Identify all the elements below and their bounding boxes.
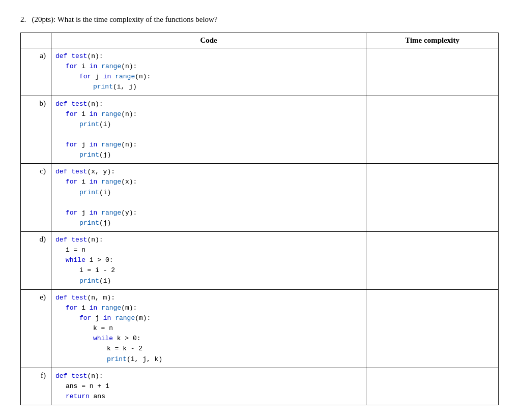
table-row: e) def test(n, m): for i in range(m): fo… [21,289,499,368]
table-row: a) def test(n): for i in range(n): for j… [21,48,499,96]
time-cell-a[interactable] [366,48,499,96]
question-header: 2. (20pts): What is the time complexity … [20,15,501,24]
table-row: d) def test(n): i = n while i > 0: i = i… [21,231,499,289]
time-cell-f[interactable] [366,368,499,405]
table-row: b) def test(n): for i in range(n): print… [21,96,499,164]
code-cell-b: def test(n): for i in range(n): print(i)… [51,96,366,164]
time-cell-b[interactable] [366,96,499,164]
table-row: f) def test(n): ans = n + 1 return ans [21,368,499,405]
question-points: (20pts): [32,15,56,23]
col-empty [21,33,51,48]
row-label-f: f) [21,368,51,405]
time-cell-c[interactable] [366,164,499,232]
row-label-d: d) [21,231,51,289]
time-cell-d[interactable] [366,231,499,289]
time-cell-e[interactable] [366,289,499,368]
code-cell-f: def test(n): ans = n + 1 return ans [51,368,366,405]
row-label-b: b) [21,96,51,164]
question-text: What is the time complexity of the funct… [57,15,218,23]
code-cell-c: def test(x, y): for i in range(x): print… [51,164,366,232]
row-label-c: c) [21,164,51,232]
question-number: 2. [20,15,26,23]
col-time-header: Time complexity [366,33,499,48]
table-row: c) def test(x, y): for i in range(x): pr… [21,164,499,232]
col-code-header: Code [51,33,366,48]
code-cell-e: def test(n, m): for i in range(m): for j… [51,289,366,368]
complexity-table: Code Time complexity a) def test(n): for… [20,33,499,405]
code-cell-a: def test(n): for i in range(n): for j in… [51,48,366,96]
row-label-e: e) [21,289,51,368]
code-cell-d: def test(n): i = n while i > 0: i = i - … [51,231,366,289]
row-label-a: a) [21,48,51,96]
